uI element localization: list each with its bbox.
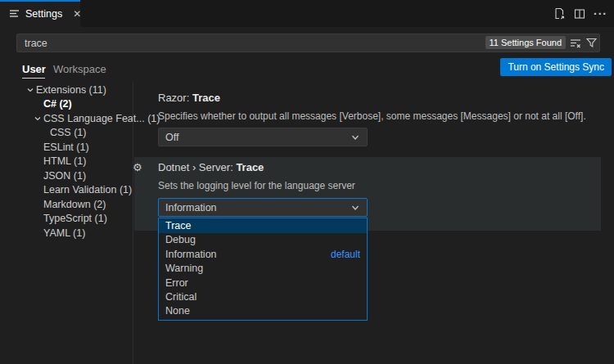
setting-description-razor: Specifies whether to output all messages… — [158, 110, 586, 122]
editor-actions: ··· — [553, 0, 607, 27]
filter-icon[interactable] — [585, 36, 598, 50]
open-settings-json-icon[interactable] — [553, 7, 566, 20]
toc-item-label: Extensions (11) — [36, 84, 106, 96]
dropdown-option-label: Warning — [165, 262, 203, 276]
settings-toc-tree: Extensions (11)C# (2)CSS Language Feat..… — [0, 83, 133, 240]
dropdown-option-debug[interactable]: Debug — [159, 233, 367, 247]
razor-trace-select-value: Off — [165, 132, 178, 143]
scope-tab-user-underline — [22, 78, 45, 79]
setting-gear-icon[interactable]: ⚙ — [133, 162, 142, 173]
toc-sash-divider[interactable] — [133, 82, 133, 364]
dropdown-option-error[interactable]: Error — [159, 276, 367, 290]
trace-level-dropdown-list: TraceDebugInformationdefaultWarningError… — [158, 218, 368, 321]
setting-title-razor-trace: Razor: Trace — [158, 92, 220, 104]
toc-item-css[interactable]: CSS (1) — [0, 126, 133, 141]
toc-item-label: CSS (1) — [50, 127, 86, 138]
chevron-down-icon — [32, 115, 43, 123]
toc-item-label: Markdown (2) — [43, 199, 106, 210]
toc-item-markdown[interactable]: Markdown (2) — [0, 197, 133, 212]
split-editor-icon[interactable] — [573, 7, 586, 20]
razor-trace-select[interactable]: Off — [158, 128, 368, 146]
clear-search-results-icon[interactable] — [568, 36, 582, 50]
chevron-down-icon — [350, 133, 360, 142]
turn-on-settings-sync-button[interactable]: Turn on Settings Sync — [500, 58, 612, 76]
chevron-down-icon — [350, 203, 360, 213]
dropdown-option-label: Error — [165, 276, 188, 290]
dropdown-option-label: Information — [165, 248, 217, 262]
toc-item-typescript[interactable]: TypeScript (1) — [0, 212, 133, 227]
chevron-down-icon — [25, 86, 36, 94]
toc-item-learn-validation[interactable]: Learn Validation (1) — [0, 183, 133, 198]
toc-item-label: TypeScript (1) — [43, 213, 107, 224]
dropdown-option-label: None — [165, 304, 190, 318]
toc-item-label: JSON (1) — [43, 170, 86, 182]
tab-strip: Settings ✕ — [0, 0, 614, 27]
tab-settings[interactable]: Settings ✕ — [0, 0, 80, 27]
settings-editor-window: Settings ✕ — [0, 0, 614, 364]
dotnet-server-trace-select[interactable]: Information — [158, 198, 368, 217]
settings-found-badge: 11 Settings Found — [485, 36, 566, 49]
setting-title-dotnet-server-trace: Dotnet › Server: Trace — [158, 161, 264, 173]
default-value-badge: default — [331, 248, 360, 262]
setting-description-dotnet: Sets the logging level for the language … — [158, 180, 355, 191]
toc-item-label: C# (2) — [43, 98, 72, 110]
setting-name: Trace — [236, 161, 264, 173]
dropdown-option-critical[interactable]: Critical — [159, 290, 367, 304]
toc-item-eslint[interactable]: ESLint (1) — [0, 140, 133, 155]
toc-item-html[interactable]: HTML (1) — [0, 155, 133, 169]
dropdown-option-label: Trace — [165, 219, 192, 233]
toc-item-css-language-feat-[interactable]: CSS Language Feat... (1) — [0, 111, 133, 126]
toc-item-label: ESLint (1) — [43, 142, 89, 153]
dropdown-option-information[interactable]: Informationdefault — [159, 248, 367, 262]
dropdown-option-label: Debug — [165, 233, 196, 247]
dropdown-option-none[interactable]: None — [159, 304, 367, 318]
setting-category-prefix: Razor: — [158, 92, 192, 104]
setting-name: Trace — [192, 92, 220, 104]
dropdown-option-trace[interactable]: Trace — [159, 219, 367, 233]
toc-item-label: HTML (1) — [43, 155, 86, 167]
active-tab-accent — [0, 0, 80, 2]
toc-item-yaml[interactable]: YAML (1) — [0, 226, 133, 240]
toc-item-json[interactable]: JSON (1) — [0, 169, 133, 183]
dropdown-option-warning[interactable]: Warning — [159, 262, 367, 276]
toc-item-c-[interactable]: C# (2) — [0, 97, 133, 112]
tab-title: Settings — [25, 8, 62, 20]
setting-category-prefix: Dotnet › Server: — [158, 161, 236, 173]
dotnet-server-trace-select-value: Information — [165, 202, 217, 213]
scope-tab-user[interactable]: User — [22, 63, 46, 75]
toc-item-label: CSS Language Feat... (1) — [43, 113, 160, 124]
more-actions-icon[interactable]: ··· — [594, 10, 607, 18]
toc-item-extensions[interactable]: Extensions (11) — [0, 83, 133, 97]
settings-list-icon — [9, 7, 20, 20]
close-icon[interactable]: ✕ — [73, 9, 81, 19]
toc-item-label: Learn Validation (1) — [43, 184, 132, 195]
search-bar: 11 Settings Found — [16, 34, 600, 52]
dropdown-option-label: Critical — [165, 290, 196, 304]
toc-item-label: YAML (1) — [43, 227, 85, 239]
scope-tab-workspace[interactable]: Workspace — [53, 63, 106, 75]
